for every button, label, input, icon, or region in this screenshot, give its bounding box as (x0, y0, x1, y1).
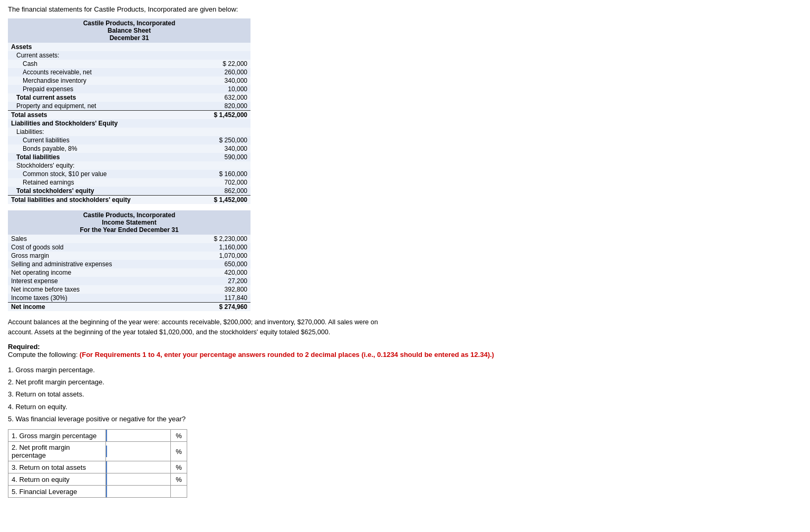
total-liab-label: Total liabilities (8, 153, 178, 161)
sales-value: $ 2,230,000 (178, 235, 250, 243)
answer-input-cell-1[interactable] (105, 430, 170, 442)
liabilities-header: Liabilities: (8, 128, 178, 136)
ar-value: 260,000 (178, 68, 250, 76)
bs-company: Castile Products, Incorporated (10, 20, 248, 27)
is-period: For the Year Ended December 31 (10, 226, 248, 234)
income-before-tax-value: 392,800 (178, 285, 250, 294)
current-liab-value: $ 250,000 (178, 136, 250, 144)
instruction-start: Compute the following: (8, 351, 80, 359)
is-company: Castile Products, Incorporated (10, 211, 248, 219)
bs-date: December 31 (10, 34, 248, 42)
ppe-label: Property and equipment, net (8, 102, 178, 111)
cash-value: $ 22,000 (178, 60, 250, 68)
answer-unit-2: % (171, 442, 187, 461)
sga-value: 650,000 (178, 260, 250, 268)
question-2: 2. Net profit margin percentage. (8, 376, 802, 388)
answer-input-5[interactable] (106, 486, 170, 497)
income-tax-label: Income taxes (30%) (8, 294, 178, 303)
total-liab-equity-value: $ 1,452,000 (178, 196, 250, 205)
answer-unit-3: % (171, 461, 187, 473)
answer-label-5: 5. Financial Leverage (8, 486, 106, 498)
ar-label: Accounts receivable, net (8, 68, 178, 76)
answer-input-2[interactable] (106, 446, 170, 457)
question-4: 4. Return on equity. (8, 401, 802, 413)
answer-input-4[interactable] (106, 473, 170, 485)
instruction-highlight: (For Requirements 1 to 4, enter your per… (80, 351, 494, 359)
total-liab-equity-label: Total liabilities and stockholders' equi… (8, 196, 178, 205)
inventory-label: Merchandise inventory (8, 76, 178, 85)
total-equity-value: 862,000 (178, 187, 250, 196)
net-op-income-label: Net operating income (8, 268, 178, 277)
sga-label: Selling and administrative expenses (8, 260, 178, 268)
account-note: Account balances at the beginning of the… (8, 317, 388, 337)
total-assets-label: Total assets (8, 111, 178, 120)
answer-input-cell-2[interactable] (105, 442, 170, 461)
question-3: 3. Return on total assets. (8, 388, 802, 400)
answer-label-4: 4. Return on equity (8, 473, 106, 486)
current-liab-label: Current liabilities (8, 136, 178, 144)
answer-input-cell-3[interactable] (105, 461, 170, 473)
prepaid-label: Prepaid expenses (8, 85, 178, 93)
gross-margin-label: Gross margin (8, 252, 178, 260)
sales-label: Sales (8, 235, 178, 243)
interest-label: Interest expense (8, 277, 178, 285)
prepaid-value: 10,000 (178, 85, 250, 93)
is-title: Income Statement (10, 219, 248, 226)
income-before-tax-label: Net income before taxes (8, 285, 178, 294)
answer-input-cell-4[interactable] (105, 473, 170, 486)
balance-sheet-table: Castile Products, Incorporated Balance S… (8, 18, 250, 204)
net-income-label: Net income (8, 303, 178, 312)
answer-input-cell-5[interactable] (105, 486, 170, 498)
bs-title: Balance Sheet (10, 27, 248, 34)
question-5: 5. Was financial leverage positive or ne… (8, 413, 802, 425)
answer-label-1: 1. Gross margin percentage (8, 430, 106, 442)
total-current-value: 632,000 (178, 93, 250, 102)
cogs-label: Cost of goods sold (8, 243, 178, 252)
answer-input-1[interactable] (106, 430, 170, 441)
bonds-value: 340,000 (178, 144, 250, 153)
ppe-value: 820,000 (178, 102, 250, 111)
answer-label-3: 3. Return on total assets (8, 461, 106, 473)
total-current-label: Total current assets (8, 93, 178, 102)
equity-header: Stockholders' equity: (8, 161, 178, 170)
assets-header: Assets (8, 43, 178, 51)
required-section: Required: Compute the following: (For Re… (8, 343, 802, 359)
retained-value: 702,000 (178, 178, 250, 187)
income-statement-table: Castile Products, Incorporated Income St… (8, 210, 250, 311)
answer-unit-4: % (171, 473, 187, 486)
income-tax-value: 117,840 (178, 294, 250, 303)
answer-table: 1. Gross margin percentage%2. Net profit… (8, 429, 187, 498)
interest-value: 27,200 (178, 277, 250, 285)
answer-label-2: 2. Net profit margin percentage (8, 442, 106, 461)
net-income-value: $ 274,960 (178, 303, 250, 312)
bonds-label: Bonds payable, 8% (8, 144, 178, 153)
cogs-value: 1,160,000 (178, 243, 250, 252)
total-liab-value: 590,000 (178, 153, 250, 161)
retained-label: Retained earnings (8, 178, 178, 187)
common-stock-label: Common stock, $10 per value (8, 170, 178, 178)
question-list: 1. Gross margin percentage. 2. Net profi… (8, 364, 802, 425)
current-assets-header: Current assets: (8, 51, 178, 60)
total-equity-label: Total stockholders' equity (8, 187, 178, 196)
gross-margin-value: 1,070,000 (178, 252, 250, 260)
net-op-income-value: 420,000 (178, 268, 250, 277)
question-1: 1. Gross margin percentage. (8, 364, 802, 376)
cash-label: Cash (8, 60, 178, 68)
required-label: Required: (8, 343, 40, 351)
answer-unit-1: % (171, 430, 187, 442)
intro-text: The financial statements for Castile Pro… (8, 5, 802, 13)
total-assets-value: $ 1,452,000 (178, 111, 250, 120)
common-stock-value: $ 160,000 (178, 170, 250, 178)
answer-input-3[interactable] (106, 461, 170, 473)
liab-equity-header: Liabilities and Stockholders' Equity (8, 119, 250, 128)
inventory-value: 340,000 (178, 76, 250, 85)
